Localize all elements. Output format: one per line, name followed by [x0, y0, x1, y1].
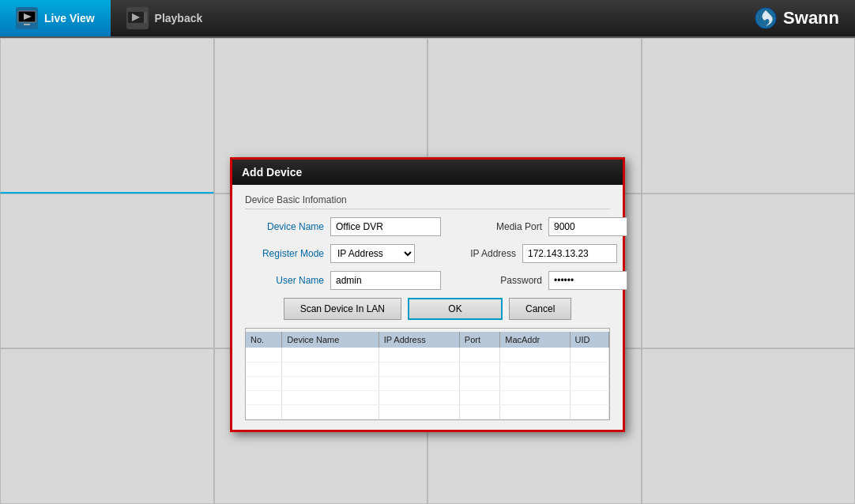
device-name-input[interactable]	[330, 217, 441, 236]
topbar: Live View Playback Swann	[0, 0, 855, 38]
cancel-button[interactable]: Cancel	[509, 298, 571, 320]
results-table: No. Device Name IP Address Port MacAddr …	[246, 332, 609, 419]
tab-live-view[interactable]: Live View	[0, 0, 111, 36]
col-no: No.	[246, 332, 282, 348]
form-row-device-name: Device Name Media Port	[245, 217, 610, 236]
playback-icon	[126, 7, 149, 29]
col-macaddr: MacAddr	[500, 332, 570, 348]
grid-cell	[642, 194, 856, 349]
ok-button[interactable]: OK	[408, 298, 503, 320]
ip-address-input[interactable]	[522, 244, 617, 263]
col-ip-address: IP Address	[379, 332, 459, 348]
media-port-input[interactable]	[548, 217, 627, 236]
brand-name: Swann	[783, 8, 839, 28]
user-name-input[interactable]	[330, 271, 441, 290]
password-label: Password	[463, 275, 542, 286]
results-wrapper: No. Device Name IP Address Port MacAddr …	[245, 328, 610, 420]
form-row-username: User Name Password	[245, 271, 610, 290]
dialog-titlebar: Add Device	[232, 160, 623, 185]
swann-logo-icon	[755, 7, 777, 29]
table-row	[246, 404, 609, 419]
col-device-name: Device Name	[282, 332, 379, 348]
register-mode-select[interactable]: IP Address Domain Name	[330, 244, 415, 263]
media-port-label: Media Port	[463, 221, 542, 232]
dialog-body: Device Basic Infomation Device Name Medi…	[232, 185, 623, 430]
user-name-label: User Name	[245, 275, 324, 286]
scan-device-button[interactable]: Scan Device In LAN	[284, 298, 401, 320]
grid-cell	[0, 348, 214, 504]
svg-rect-4	[24, 24, 30, 25]
grid-cell	[642, 348, 856, 504]
grid-cell	[0, 194, 214, 349]
buttons-row: Scan Device In LAN OK Cancel	[245, 298, 610, 320]
section-label: Device Basic Infomation	[245, 194, 610, 209]
ip-address-label: IP Address	[437, 248, 516, 259]
table-row	[246, 348, 609, 362]
playback-label: Playback	[155, 12, 203, 24]
svg-rect-8	[144, 12, 147, 23]
results-tbody	[246, 348, 609, 419]
brand-logo: Swann	[755, 7, 839, 29]
grid-cell	[0, 38, 214, 194]
table-row	[246, 376, 609, 390]
add-device-dialog: Add Device Device Basic Infomation Devic…	[230, 157, 625, 432]
form-row-register-mode: Register Mode IP Address Domain Name IP …	[245, 244, 610, 263]
table-header-row: No. Device Name IP Address Port MacAddr …	[246, 332, 609, 348]
tab-playback[interactable]: Playback	[111, 0, 219, 36]
live-view-label: Live View	[44, 12, 95, 24]
col-port: Port	[459, 332, 499, 348]
device-name-label: Device Name	[245, 221, 324, 232]
register-mode-label: Register Mode	[245, 248, 324, 259]
grid-cell	[642, 38, 856, 194]
live-view-icon	[16, 7, 38, 29]
password-input[interactable]	[548, 271, 627, 290]
main-content: Add Device Device Basic Infomation Devic…	[0, 38, 855, 504]
table-row	[246, 390, 609, 404]
col-uid: UID	[570, 332, 609, 348]
table-row	[246, 362, 609, 376]
dialog-title: Add Device	[242, 166, 302, 179]
